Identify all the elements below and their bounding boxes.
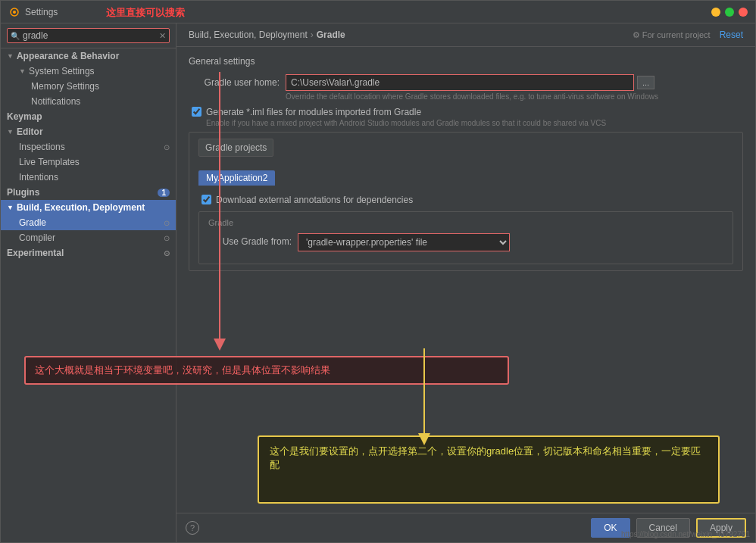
sidebar-item-editor[interactable]: ▼ Editor (1, 124, 176, 139)
sidebar-item-system-settings[interactable]: ▼ System Settings (1, 64, 176, 79)
download-annotations-row: Download external annotations for depend… (198, 195, 733, 205)
sidebar-item-label: Intentions (19, 172, 58, 183)
breadcrumb-part1: Build, Execution, Deployment (189, 30, 308, 40)
minimize-button[interactable] (711, 8, 720, 17)
use-gradle-from-row: Use Gradle from: 'gradle-wrapper.propert… (208, 233, 723, 251)
myapplication2-tab[interactable]: MyApplication2 (198, 170, 275, 186)
sidebar-item-label: Experimental (7, 248, 64, 258)
generate-iml-hint: Enable if you have a mixed project with … (206, 119, 606, 127)
gradle-sub-title: Gradle (208, 218, 723, 227)
close-button[interactable] (739, 8, 748, 17)
panel-header: Build, Execution, Deployment › Gradle ⚙ … (177, 23, 755, 47)
maximize-button[interactable] (725, 8, 734, 17)
sidebar-item-intentions[interactable]: Intentions (1, 170, 176, 185)
window-title: Settings (25, 7, 58, 17)
sidebar-item-label: Build, Execution, Deployment (17, 202, 145, 213)
compiler-icon: ⊙ (164, 234, 170, 242)
for-current-project-label: ⚙ For current project (633, 30, 711, 40)
gradle-projects-label: Gradle projects (198, 139, 273, 157)
sidebar-item-label: Inspections (19, 142, 65, 152)
gradle-user-home-input[interactable] (286, 74, 634, 91)
use-gradle-from-control: 'gradle-wrapper.properties' file Specifi… (298, 233, 510, 251)
gradle-sub-section: Gradle Use Gradle from: 'gradle-wrapper.… (198, 211, 733, 264)
breadcrumb-part2: Gradle (317, 30, 345, 40)
sidebar-item-experimental[interactable]: Experimental ⊙ (1, 245, 176, 261)
use-gradle-from-select[interactable]: 'gradle-wrapper.properties' file Specifi… (298, 233, 510, 251)
sidebar-item-label: Notifications (31, 96, 80, 107)
sidebar-item-live-templates[interactable]: Live Templates (1, 154, 176, 170)
sidebar-item-label: Plugins (7, 187, 39, 198)
tab-strip: MyApplication2 (198, 170, 733, 186)
generate-iml-label: Generate *.iml files for modules importe… (206, 107, 606, 117)
gradle-user-home-label: Gradle user home: (189, 74, 280, 88)
annotation-red-text: 这个大概就是相当于环境变量吧，没研究，但是具体位置不影响结果 (35, 364, 330, 376)
expand-icon: ▼ (7, 204, 14, 211)
gradle-user-home-row: Gradle user home: ... Override the defau… (189, 74, 743, 101)
annotation-yellow-box: 这个是我们要设置的，点开选择第二个，设置你的gradle位置，切记版本和命名相当… (258, 435, 720, 504)
sidebar-item-label: System Settings (29, 66, 95, 76)
inspections-icon: ⊙ (164, 143, 170, 151)
generate-iml-row: Generate *.iml files for modules importe… (189, 107, 743, 127)
sidebar-item-inspections[interactable]: Inspections ⊙ (1, 139, 176, 154)
plugins-badge: 1 (158, 189, 170, 197)
sidebar-item-label: Compiler (19, 232, 55, 243)
search-wrap: 🔍 ✕ (7, 28, 170, 43)
general-settings-title: General settings (189, 56, 743, 67)
expand-icon: ▼ (19, 67, 26, 75)
sidebar-item-label: Memory Settings (31, 81, 99, 92)
sidebar-item-gradle[interactable]: Gradle ⊙ (1, 215, 176, 230)
gradle-user-home-hint: Override the default location where Grad… (286, 92, 743, 101)
search-box: 🔍 ✕ (1, 23, 176, 48)
window-controls (711, 8, 748, 17)
watermark: https://blog.csdn.net/weixin_43792791 (621, 530, 750, 538)
generate-iml-checkbox[interactable] (192, 107, 201, 117)
title-bar-left: Settings (8, 6, 58, 18)
gradle-user-home-control: ... Override the default location where … (286, 74, 743, 101)
annotation-yellow-text: 这个是我们要设置的，点开选择第二个，设置你的gradle位置，切记版本和命名相当… (270, 445, 701, 470)
expand-icon: ▼ (7, 128, 14, 136)
breadcrumb-separator: › (311, 30, 314, 40)
annotation-red-box: 这个大概就是相当于环境变量吧，没研究，但是具体位置不影响结果 (24, 356, 509, 385)
sidebar-item-compiler[interactable]: Compiler ⊙ (1, 230, 176, 245)
search-clear-icon[interactable]: ✕ (159, 31, 166, 41)
sidebar-item-label: Live Templates (19, 157, 80, 167)
sidebar-item-memory-settings[interactable]: Memory Settings (1, 79, 176, 94)
sidebar-item-appearance-behavior[interactable]: ▼ Appearance & Behavior (1, 48, 176, 64)
search-input[interactable] (23, 30, 129, 41)
browse-button[interactable]: ... (637, 76, 654, 89)
experimental-icon: ⊙ (164, 249, 170, 257)
settings-icon (8, 6, 20, 18)
gradle-icon: ⊙ (164, 219, 170, 227)
sidebar-item-notifications[interactable]: Notifications (1, 94, 176, 109)
search-icon: 🔍 (11, 32, 20, 40)
download-annotations-checkbox[interactable] (201, 195, 211, 204)
sidebar: 🔍 ✕ ▼ Appearance & Behavior ▼ System Set… (1, 23, 177, 542)
reset-button[interactable]: Reset (720, 30, 743, 40)
download-annotations-label: Download external annotations for depend… (216, 195, 413, 205)
generate-iml-labels: Generate *.iml files for modules importe… (206, 107, 606, 127)
sidebar-item-label: Appearance & Behavior (17, 51, 119, 61)
gradle-projects-section: Gradle projects MyApplication2 Download … (189, 132, 743, 271)
panel-actions: ⚙ For current project Reset (633, 30, 743, 40)
expand-icon: ▼ (7, 52, 14, 60)
annotation-top: 这里直接可以搜索 (106, 6, 185, 20)
use-gradle-from-label: Use Gradle from: (208, 233, 292, 247)
sidebar-item-label: Gradle (19, 217, 46, 228)
sidebar-item-label: Keymap (7, 111, 42, 122)
breadcrumb: Build, Execution, Deployment › Gradle (189, 30, 345, 40)
svg-point-1 (13, 11, 16, 14)
sidebar-item-plugins[interactable]: Plugins 1 (1, 185, 176, 200)
help-button[interactable]: ? (186, 521, 199, 535)
sidebar-item-keymap[interactable]: Keymap (1, 109, 176, 124)
sidebar-item-label: Editor (17, 126, 43, 137)
sidebar-item-build-execution-deployment[interactable]: ▼ Build, Execution, Deployment (1, 200, 176, 215)
